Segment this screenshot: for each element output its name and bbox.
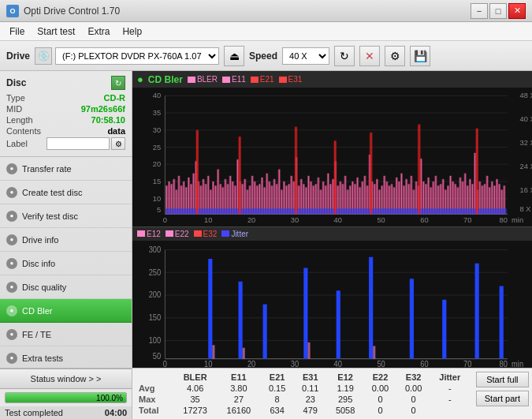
mid-label: MID xyxy=(6,104,22,114)
test-completed-label: Test completed xyxy=(5,408,63,417)
disc-info-label: Disc info xyxy=(22,259,55,268)
table-row: Avg 4.06 3.80 0.15 0.11 1.19 0.00 0.00 - xyxy=(136,383,470,394)
svg-text:35: 35 xyxy=(153,109,161,117)
status-window-button[interactable]: Status window > > xyxy=(0,368,132,389)
close-button[interactable]: ✕ xyxy=(508,3,526,19)
svg-rect-56 xyxy=(218,169,219,214)
max-bler: 35 xyxy=(173,394,217,405)
mid-value: 97m26s66f xyxy=(81,104,125,114)
svg-rect-178 xyxy=(334,140,337,214)
avg-e32: 0.00 xyxy=(397,383,430,394)
svg-text:min: min xyxy=(512,216,523,224)
svg-rect-61 xyxy=(229,176,231,215)
label-input[interactable] xyxy=(47,137,110,150)
svg-rect-86 xyxy=(291,176,292,215)
disc-title: Disc xyxy=(6,77,26,88)
label-edit-button[interactable]: ⚙ xyxy=(111,137,125,150)
svg-text:min: min xyxy=(512,359,523,368)
drive-info-icon: ● xyxy=(6,234,17,245)
stats-area: BLER E11 E21 E31 E12 E22 E32 Jitter Avg xyxy=(132,368,532,419)
svg-text:32 X: 32 X xyxy=(519,139,532,147)
status-section: Status window > > 100.0% Test completed … xyxy=(0,368,132,419)
sidebar-item-create-test-disc[interactable]: ● Create test disc xyxy=(0,181,132,204)
svg-text:5: 5 xyxy=(157,206,161,214)
menu-extra[interactable]: Extra xyxy=(81,24,116,39)
disc-refresh-button[interactable]: ↻ xyxy=(111,76,125,90)
speed-select[interactable]: 40 X xyxy=(282,47,329,65)
svg-rect-177 xyxy=(295,127,297,215)
svg-text:50: 50 xyxy=(377,216,385,224)
start-part-button[interactable]: Start part xyxy=(476,391,529,406)
minimize-button[interactable]: − xyxy=(471,3,488,19)
svg-text:80: 80 xyxy=(500,359,508,368)
max-jitter: - xyxy=(430,394,470,405)
svg-rect-179 xyxy=(370,133,372,214)
avg-e11: 3.80 xyxy=(217,383,260,394)
sidebar-item-disc-quality[interactable]: ● Disc quality xyxy=(0,275,132,299)
start-full-button[interactable]: Start full xyxy=(476,372,529,387)
legend-e11-label: E11 xyxy=(232,75,246,84)
sidebar-item-fe-te[interactable]: ● FE / TE xyxy=(0,323,132,346)
sidebar-item-verify-test-disc[interactable]: ● Verify test disc xyxy=(0,204,132,228)
sidebar-item-disc-info[interactable]: ● Disc info xyxy=(0,252,132,275)
col-header-e21: E21 xyxy=(261,372,294,383)
app-title: Opti Drive Control 1.70 xyxy=(24,6,120,17)
svg-rect-139 xyxy=(420,159,422,214)
svg-rect-145 xyxy=(435,176,437,215)
avg-e31: 0.11 xyxy=(294,383,327,394)
legend-bler: BLER xyxy=(188,75,218,84)
sidebar-item-extra-tests[interactable]: ● Extra tests xyxy=(0,346,132,368)
chart2-body: 300 250 200 150 100 50 0 10 20 30 40 50 … xyxy=(132,241,532,368)
type-label: Type xyxy=(6,93,25,103)
svg-text:48 X: 48 X xyxy=(519,92,532,99)
svg-text:60: 60 xyxy=(420,359,429,368)
settings-button[interactable]: ⚙ xyxy=(385,46,405,66)
chart2-svg: 300 250 200 150 100 50 0 10 20 30 40 50 … xyxy=(132,241,532,368)
menu-file[interactable]: File xyxy=(3,24,31,39)
legend-jitter: Jitter xyxy=(221,230,248,238)
legend-bler-dot xyxy=(188,77,195,83)
svg-rect-101 xyxy=(327,174,329,215)
create-test-disc-label: Create test disc xyxy=(22,188,82,197)
legend-e31: E31 xyxy=(279,75,303,84)
svg-text:40 X: 40 X xyxy=(519,115,532,123)
legend-jitter-label: Jitter xyxy=(231,230,248,238)
svg-rect-161 xyxy=(474,153,476,215)
content-area: ● CD Bler BLER E11 E21 E31 xyxy=(132,71,532,419)
sidebar-nav: ● Transfer rate ● Create test disc ● Ver… xyxy=(0,157,132,368)
svg-rect-176 xyxy=(239,137,241,214)
svg-rect-207 xyxy=(239,282,243,359)
svg-rect-46 xyxy=(193,174,195,215)
sidebar-item-transfer-rate[interactable]: ● Transfer rate xyxy=(0,157,132,181)
clear-button[interactable]: ✕ xyxy=(359,46,380,66)
eject-button[interactable]: ⏏ xyxy=(224,46,244,66)
total-e31: 479 xyxy=(294,405,327,416)
legend-e31-label: E31 xyxy=(288,75,303,84)
sidebar-item-drive-info[interactable]: ● Drive info xyxy=(0,228,132,252)
sidebar-item-cd-bler[interactable]: ● CD Bler xyxy=(0,299,132,323)
disc-quality-icon: ● xyxy=(6,282,17,293)
svg-text:40: 40 xyxy=(334,359,343,368)
legend-e21: E21 xyxy=(251,75,274,84)
avg-e22: 0.00 xyxy=(363,383,396,394)
drive-label: Drive xyxy=(6,51,30,62)
svg-rect-213 xyxy=(442,300,446,359)
svg-rect-212 xyxy=(410,279,414,358)
progress-track: 100.0% xyxy=(5,392,127,403)
col-header-e22: E22 xyxy=(363,372,396,383)
menu-bar: File Start test Extra Help xyxy=(0,22,532,41)
col-header-bler: BLER xyxy=(173,372,217,383)
svg-text:10: 10 xyxy=(153,195,161,203)
menu-start-test[interactable]: Start test xyxy=(31,24,81,39)
maximize-button[interactable]: □ xyxy=(489,3,507,19)
svg-rect-211 xyxy=(369,257,373,359)
svg-text:150: 150 xyxy=(149,313,162,323)
drive-select[interactable]: (F:) PLEXTOR DVDR PX-760A 1.07 xyxy=(55,47,219,65)
refresh-button[interactable]: ↻ xyxy=(334,46,355,66)
svg-rect-93 xyxy=(307,176,309,215)
menu-help[interactable]: Help xyxy=(116,24,148,39)
save-button[interactable]: 💾 xyxy=(410,46,430,66)
max-e22: 0 xyxy=(363,394,396,405)
legend-e11-dot xyxy=(222,77,230,83)
row-avg-label: Avg xyxy=(136,383,173,394)
